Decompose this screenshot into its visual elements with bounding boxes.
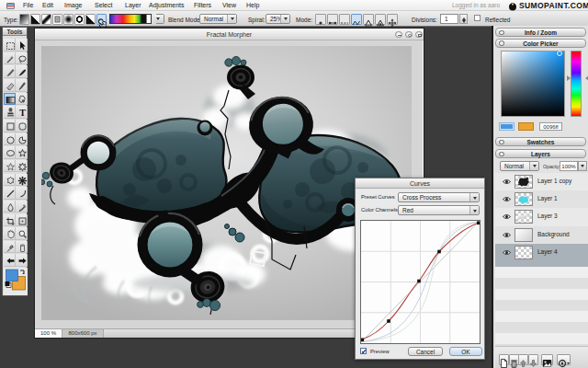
svg-text:T: T	[19, 108, 26, 118]
